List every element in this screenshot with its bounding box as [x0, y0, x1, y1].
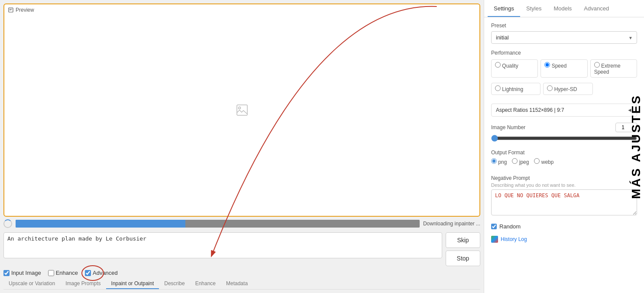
format-png-radio[interactable] [491, 158, 497, 164]
tab-describe[interactable]: Describe [159, 279, 190, 289]
advanced-checkbox-label[interactable]: Advanced [85, 270, 118, 276]
negative-prompt-label: Negative Prompt [491, 175, 530, 181]
perf-lightning-label: Lightning [502, 86, 523, 92]
format-webp-label: webp [541, 159, 554, 165]
tab-metadata[interactable]: Metadata [221, 279, 253, 289]
format-png-label: png [498, 159, 507, 165]
format-webp[interactable]: webp [534, 158, 553, 165]
tab-enhance[interactable]: Enhance [190, 279, 221, 289]
image-number-label: Image Number [491, 124, 525, 130]
perf-extreme-speed[interactable]: Extreme Speed [590, 59, 637, 78]
aspect-ratio-text: Aspect Ratios 1152×896 | 9:7 [496, 107, 564, 113]
slider-wrapper [491, 135, 637, 143]
preview-text: Preview [16, 7, 34, 13]
enhance-label: Enhance [56, 270, 78, 276]
history-log[interactable]: History Log [491, 236, 637, 243]
input-image-label: Input Image [11, 270, 41, 276]
svg-rect-1 [237, 105, 247, 115]
advanced-checkbox[interactable] [85, 270, 91, 276]
settings-tab-settings[interactable]: Settings [488, 0, 520, 17]
preview-icon [8, 7, 14, 13]
image-number-group: Image Number [491, 123, 637, 143]
aspect-ratio-arrow: ◄ [627, 107, 632, 113]
perf-speed[interactable]: Speed [540, 59, 587, 78]
tab-upscale[interactable]: Upscale or Variation [3, 279, 60, 289]
perf-extreme-radio[interactable] [594, 62, 600, 68]
progress-bar [16, 220, 420, 228]
perf-hypersd-label: Hyper-SD [554, 86, 577, 92]
random-row: Random [491, 223, 637, 230]
bottom-tabs: Upscale or Variation Image Prompts Inpai… [3, 278, 480, 290]
perf-quality-label: Quality [502, 63, 518, 69]
progress-area: Downloading inpainter ... [3, 217, 480, 231]
settings-tab-models[interactable]: Models [547, 0, 578, 17]
settings-tabs: Settings Styles Models Advanced [484, 0, 644, 17]
perf-hypersd[interactable]: Hyper-SD [543, 83, 592, 95]
format-webp-radio[interactable] [534, 158, 540, 164]
input-image-checkbox-label[interactable]: Input Image [3, 270, 41, 276]
negative-prompt-group: Negative Prompt Describing what you do n… [491, 174, 637, 217]
input-image-checkbox[interactable] [3, 270, 10, 276]
preset-select-wrapper: initial anime realistic [491, 31, 637, 44]
progress-text: Downloading inpainter ... [423, 221, 480, 227]
performance-group: Performance Quality Speed [491, 50, 637, 98]
output-format-label: Output Format [491, 150, 637, 156]
settings-panel: Settings Styles Models Advanced Preset i… [484, 0, 644, 293]
history-log-link[interactable]: History Log [501, 236, 527, 242]
prompt-input[interactable]: An architecture plan made by Le Corbusie… [3, 232, 442, 258]
image-number-slider[interactable] [491, 135, 637, 142]
enhance-checkbox-label[interactable]: Enhance [48, 270, 78, 276]
preset-select[interactable]: initial anime realistic [491, 31, 637, 44]
action-buttons: Skip Stop [446, 232, 480, 266]
format-jpeg-radio[interactable] [512, 158, 518, 164]
advanced-label: Advanced [93, 270, 118, 276]
preview-label: Preview [8, 7, 34, 13]
tab-image-prompts[interactable]: Image Prompts [60, 279, 106, 289]
perf-hypersd-radio[interactable] [547, 85, 553, 91]
negative-prompt-hint: Describing what you do not want to see. [491, 182, 637, 188]
svg-point-2 [238, 107, 240, 109]
perf-speed-label: Speed [552, 63, 567, 69]
preset-label: Preset [491, 23, 637, 29]
skip-button[interactable]: Skip [446, 232, 480, 248]
image-number-row: Image Number [491, 123, 637, 132]
image-number-input[interactable] [615, 123, 637, 132]
random-checkbox[interactable] [491, 224, 497, 229]
format-jpeg-label: jpeg [519, 159, 529, 165]
preset-group: Preset initial anime realistic [491, 23, 637, 44]
negative-prompt-input[interactable]: LO QUE NO QUIERES QUE SALGA [491, 189, 637, 215]
progress-fill [16, 220, 185, 228]
performance-label: Performance [491, 50, 637, 56]
perf-speed-radio[interactable] [544, 62, 550, 68]
perf-lightning-radio[interactable] [495, 85, 501, 91]
stop-button[interactable]: Stop [446, 251, 480, 266]
tab-inpaint[interactable]: Inpaint or Outpaint [106, 279, 159, 289]
image-placeholder [236, 104, 248, 116]
checkboxes-row: Input Image Enhance Advanced [3, 268, 480, 278]
perf-quality-radio[interactable] [495, 62, 501, 68]
random-label: Random [499, 223, 521, 230]
settings-tab-advanced[interactable]: Advanced [578, 0, 615, 17]
settings-tab-styles[interactable]: Styles [520, 0, 547, 17]
output-format-group: Output Format png jpeg webp [491, 150, 637, 168]
aspect-ratio-row[interactable]: Aspect Ratios 1152×896 | 9:7 ◄ [491, 104, 637, 117]
preview-area: Preview [3, 3, 480, 217]
history-icon [491, 236, 498, 243]
enhance-checkbox[interactable] [48, 270, 54, 276]
format-png[interactable]: png [491, 158, 507, 165]
prompt-area: An architecture plan made by Le Corbusie… [3, 231, 480, 268]
format-jpeg[interactable]: jpeg [512, 158, 529, 165]
perf-quality[interactable]: Quality [491, 59, 538, 78]
perf-lightning[interactable]: Lightning [491, 83, 540, 95]
settings-content: Preset initial anime realistic Performan… [484, 17, 644, 248]
loading-spinner [3, 219, 12, 228]
